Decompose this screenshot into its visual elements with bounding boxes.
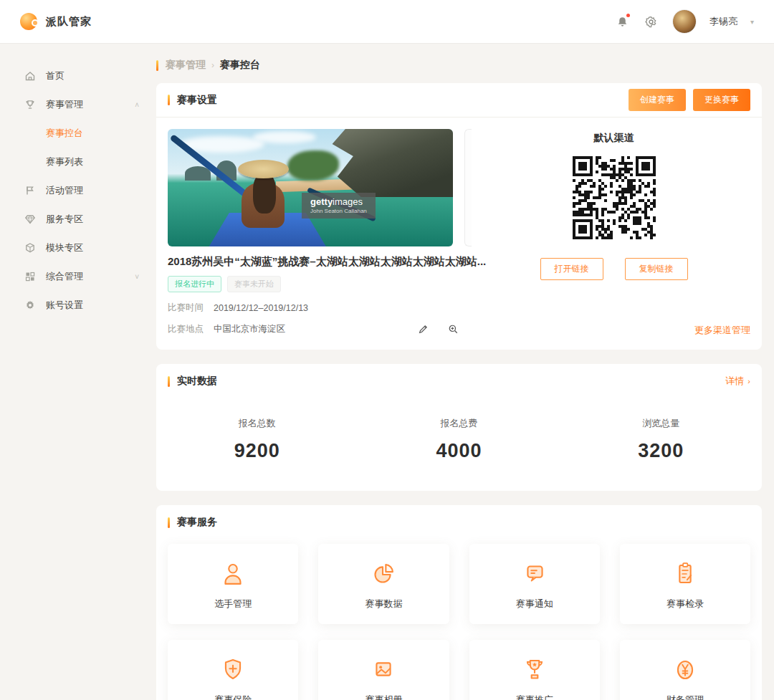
create-event-button[interactable]: 创建赛事 xyxy=(629,89,686,111)
sidebar-item-event-management[interactable]: 赛事管理 ˄ xyxy=(0,90,156,119)
sidebar-label: 活动管理 xyxy=(46,184,83,197)
service-event-data[interactable]: 赛事数据 xyxy=(318,544,449,624)
realtime-data-title: 实时数据 xyxy=(177,375,217,388)
sidebar-item-account-settings[interactable]: 账号设置 xyxy=(0,291,156,320)
stat-views: 浏览总量 3200 xyxy=(560,417,762,462)
watermark-brand-rest: images xyxy=(333,196,363,207)
carousel-next-card-edge xyxy=(464,129,472,246)
breadcrumb-accent-bar xyxy=(156,60,158,71)
event-services-card: 赛事服务 选手管理 赛事数据 赛事通知 xyxy=(156,505,762,700)
yen-coin-icon xyxy=(669,653,702,686)
flag-icon xyxy=(24,185,36,196)
status-badge-not-started: 赛事未开始 xyxy=(227,276,281,292)
photo-watermark: gettyimages John Seaton Callahan xyxy=(302,193,376,219)
event-time-value: 2019/12/12–2019/12/13 xyxy=(214,303,308,313)
service-label: 赛事保险 xyxy=(214,694,252,700)
service-label: 选手管理 xyxy=(214,598,252,610)
chevron-right-icon: › xyxy=(747,377,750,385)
open-link-button[interactable]: 打开链接 xyxy=(540,258,603,280)
sidebar: 首页 赛事管理 ˄ 赛事控台 赛事列表 活动管理 服务专区 模块专区 综合管理 xyxy=(0,43,156,700)
notification-bell-icon[interactable] xyxy=(615,14,631,29)
breadcrumb-parent[interactable]: 赛事管理 xyxy=(166,59,206,72)
sidebar-label: 赛事列表 xyxy=(46,155,83,168)
section-accent-bar xyxy=(168,376,170,387)
more-channels-link[interactable]: 更多渠道管理 xyxy=(694,324,750,337)
trophy-icon xyxy=(24,99,36,110)
app-title: 派队管家 xyxy=(46,15,92,29)
service-finance-management[interactable]: 财务管理 xyxy=(620,640,750,700)
stat-registrations: 报名总数 9200 xyxy=(156,417,358,462)
copy-link-button[interactable]: 复制链接 xyxy=(625,258,688,280)
channel-column: 默认渠道 打开链接 复制链接 更多渠道管理 xyxy=(477,129,750,335)
event-location-value: 中国北京市海淀区 xyxy=(214,323,285,335)
stat-value: 3200 xyxy=(560,440,762,462)
gem-icon xyxy=(24,214,36,225)
breadcrumb-separator: › xyxy=(211,60,214,70)
sidebar-item-event-list[interactable]: 赛事列表 xyxy=(0,148,156,176)
realtime-data-header: 实时数据 详情 › xyxy=(156,364,762,398)
service-label: 赛事检录 xyxy=(666,598,704,610)
service-event-insurance[interactable]: 赛事保险 xyxy=(168,640,298,700)
service-event-notice[interactable]: 赛事通知 xyxy=(469,544,600,624)
event-services-title: 赛事服务 xyxy=(177,516,217,529)
service-label: 赛事数据 xyxy=(365,598,402,610)
edit-pencil-icon[interactable] xyxy=(417,324,429,335)
event-settings-header: 赛事设置 创建赛事 更换赛事 xyxy=(156,83,762,118)
service-event-promotion[interactable]: 赛事推广 xyxy=(469,640,600,700)
chevron-up-icon: ˄ xyxy=(135,101,139,109)
service-label: 赛事推广 xyxy=(516,694,553,700)
stat-fees: 报名总费 4000 xyxy=(358,417,560,462)
sidebar-item-home[interactable]: 首页 xyxy=(0,62,156,90)
event-settings-title: 赛事设置 xyxy=(177,94,217,107)
stat-label: 浏览总量 xyxy=(560,417,762,430)
service-label: 财务管理 xyxy=(666,694,704,700)
cube-icon xyxy=(24,242,36,254)
sidebar-label: 首页 xyxy=(46,69,64,82)
service-player-management[interactable]: 选手管理 xyxy=(168,544,298,624)
photo-hat xyxy=(238,160,290,178)
sidebar-label: 账号设置 xyxy=(46,299,83,312)
home-icon xyxy=(24,70,36,82)
breadcrumb-current: 赛事控台 xyxy=(220,59,260,72)
section-accent-bar xyxy=(168,517,170,528)
sidebar-label: 赛事管理 xyxy=(46,98,83,111)
sidebar-item-activity-management[interactable]: 活动管理 xyxy=(0,176,156,205)
sidebar-label: 赛事控台 xyxy=(46,127,83,140)
user-name[interactable]: 李锡亮 xyxy=(710,15,737,28)
app-logo: 派队管家 xyxy=(20,13,92,30)
service-label: 赛事通知 xyxy=(516,598,553,610)
channel-title: 默认渠道 xyxy=(594,132,634,145)
sidebar-item-service-zone[interactable]: 服务专区 xyxy=(0,205,156,234)
user-icon xyxy=(216,557,249,590)
event-settings-card: 赛事设置 创建赛事 更换赛事 xyxy=(156,83,762,350)
trophy-star-icon xyxy=(518,653,551,686)
stats-row: 报名总数 9200 报名总费 4000 浏览总量 3200 xyxy=(156,398,762,491)
watermark-credit: John Seaton Callahan xyxy=(310,208,367,214)
settings-gear-icon[interactable] xyxy=(644,14,659,29)
zoom-magnifier-icon[interactable] xyxy=(447,324,459,335)
user-menu-chevron-down-icon[interactable]: ▾ xyxy=(750,18,754,26)
section-accent-bar xyxy=(168,95,170,105)
event-title: 2018苏州吴中“太湖蓝”挑战赛–太湖站太湖站太湖站太湖站太湖站... xyxy=(168,255,469,269)
user-avatar[interactable] xyxy=(672,9,697,34)
switch-event-button[interactable]: 更换赛事 xyxy=(693,89,750,111)
app-logo-icon xyxy=(20,13,37,30)
qr-code xyxy=(573,156,656,239)
chat-icon xyxy=(518,557,551,590)
clipboard-icon xyxy=(669,557,702,590)
detail-link-label: 详情 xyxy=(725,375,744,388)
photo-icon xyxy=(367,653,400,686)
event-services-header: 赛事服务 xyxy=(156,505,762,540)
service-event-album[interactable]: 赛事相册 xyxy=(318,640,449,700)
chevron-down-icon: ˅ xyxy=(135,273,139,281)
service-event-checkin[interactable]: 赛事检录 xyxy=(620,544,750,624)
services-grid: 选手管理 赛事数据 赛事通知 赛事检录 xyxy=(156,540,762,700)
gear-icon xyxy=(24,299,36,311)
sidebar-label: 综合管理 xyxy=(46,270,83,283)
status-badge-registration-open: 报名进行中 xyxy=(168,276,221,292)
sidebar-item-general-management[interactable]: 综合管理 ˅ xyxy=(0,262,156,291)
top-bar: 派队管家 李锡亮 ▾ xyxy=(0,0,774,43)
sidebar-item-module-zone[interactable]: 模块专区 xyxy=(0,234,156,262)
detail-link[interactable]: 详情 › xyxy=(725,375,750,388)
sidebar-item-event-console[interactable]: 赛事控台 xyxy=(0,119,156,148)
